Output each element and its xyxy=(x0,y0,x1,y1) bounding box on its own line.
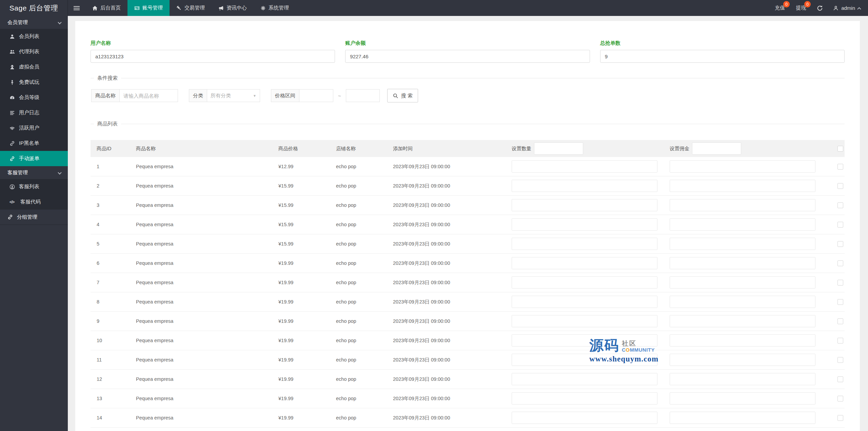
price-min-input[interactable] xyxy=(299,89,333,102)
category-select[interactable]: 所有分类 ▼ xyxy=(207,89,260,102)
withdraw-button[interactable]: 提现 0 xyxy=(790,0,811,16)
cell-product-id: 14 xyxy=(91,415,136,420)
row-checkbox[interactable] xyxy=(837,222,843,228)
balance-input[interactable] xyxy=(345,50,590,63)
row-checkbox[interactable] xyxy=(837,183,843,189)
commission-input[interactable] xyxy=(670,238,815,250)
row-checkbox[interactable] xyxy=(837,164,843,170)
cell-shop-name: echo pop xyxy=(336,338,393,343)
cell-commission xyxy=(670,412,824,424)
cell-quantity xyxy=(512,412,670,424)
product-name-input[interactable] xyxy=(120,89,178,102)
recharge-button[interactable]: 充值 0 xyxy=(769,0,790,16)
sidebar-section-member[interactable]: 会员管理 xyxy=(0,16,68,29)
quantity-input[interactable] xyxy=(512,238,657,250)
quantity-input[interactable] xyxy=(512,334,657,347)
table-row: 6 Pequea empresa ¥19.99 echo pop 2023年09… xyxy=(91,254,845,273)
commission-input[interactable] xyxy=(670,218,815,231)
bulk-commission-input[interactable] xyxy=(692,142,741,155)
cell-commission xyxy=(670,315,824,327)
commission-input[interactable] xyxy=(670,334,815,347)
row-checkbox[interactable] xyxy=(837,396,843,401)
commission-input[interactable] xyxy=(670,412,815,424)
row-checkbox[interactable] xyxy=(837,338,843,344)
quantity-input[interactable] xyxy=(512,315,657,327)
quantity-input[interactable] xyxy=(512,296,657,308)
sidebar-item-service-list[interactable]: 客服列表 xyxy=(0,179,68,194)
quantity-input[interactable] xyxy=(512,218,657,231)
sidebar-item-group-manage[interactable]: 分组管理 xyxy=(0,210,68,225)
select-all-checkbox[interactable] xyxy=(837,146,843,152)
sidebar-member-group: 会员列表 代理列表 虚拟会员 免费试玩 会员等级 用户日志 活跃用户 IP黑名 xyxy=(0,29,68,166)
commission-input[interactable] xyxy=(670,160,815,173)
sidebar-item-free-trial[interactable]: 免费试玩 xyxy=(0,75,68,90)
row-checkbox[interactable] xyxy=(837,280,843,286)
sidebar-item-manual-dispatch[interactable]: 手动派单 xyxy=(0,151,68,166)
cell-checkbox xyxy=(824,338,845,344)
nav-tab-news[interactable]: 资讯中心 xyxy=(212,0,254,16)
commission-input[interactable] xyxy=(670,257,815,269)
cell-add-time: 2023年09月23日 09:00:00 xyxy=(393,376,512,383)
commission-input[interactable] xyxy=(670,180,815,192)
cell-product-price: ¥15.99 xyxy=(278,202,336,208)
nav-tab-system[interactable]: 系统管理 xyxy=(254,0,296,16)
commission-input[interactable] xyxy=(670,199,815,211)
person-icon xyxy=(9,80,15,85)
quantity-input[interactable] xyxy=(512,373,657,385)
sidebar-item-user-log[interactable]: 用户日志 xyxy=(0,105,68,120)
row-checkbox[interactable] xyxy=(837,376,843,382)
nav-tab-account[interactable]: 账号管理 xyxy=(127,0,170,16)
cell-add-time: 2023年09月23日 09:00:00 xyxy=(393,395,512,402)
sidebar-item-member-list[interactable]: 会员列表 xyxy=(0,29,68,44)
cell-product-name: Pequea empresa xyxy=(136,222,278,227)
cell-product-id: 13 xyxy=(91,396,136,401)
quantity-input[interactable] xyxy=(512,412,657,424)
list-icon xyxy=(9,110,15,116)
row-checkbox[interactable] xyxy=(837,241,843,247)
commission-input[interactable] xyxy=(670,354,815,366)
nav-tab-trade[interactable]: 交易管理 xyxy=(170,0,212,16)
username-input[interactable] xyxy=(91,50,335,63)
sidebar-item-virtual-member[interactable]: 虚拟会员 xyxy=(0,59,68,75)
sidebar-item-service-code[interactable]: </> 客服代码 xyxy=(0,194,68,210)
user-menu[interactable]: admin xyxy=(828,0,868,16)
menu-toggle-button[interactable] xyxy=(68,0,85,16)
sidebar-item-active-users[interactable]: 活跃用户 xyxy=(0,120,68,136)
table-row: 11 Pequea empresa ¥19.99 echo pop 2023年0… xyxy=(91,350,845,370)
row-checkbox[interactable] xyxy=(837,260,843,266)
price-max-input[interactable] xyxy=(346,89,380,102)
row-checkbox[interactable] xyxy=(837,318,843,324)
sidebar-item-ip-blacklist[interactable]: IP黑名单 xyxy=(0,136,68,151)
commission-input[interactable] xyxy=(670,373,815,385)
order-count-input[interactable] xyxy=(600,50,845,63)
sidebar-item-member-level[interactable]: 会员等级 xyxy=(0,90,68,105)
sidebar-section-service[interactable]: 客服管理 xyxy=(0,166,68,179)
cell-product-id: 12 xyxy=(91,376,136,382)
commission-input[interactable] xyxy=(670,296,815,308)
quantity-input[interactable] xyxy=(512,392,657,405)
row-checkbox[interactable] xyxy=(837,202,843,208)
search-button[interactable]: 搜 索 xyxy=(387,89,418,102)
commission-input[interactable] xyxy=(670,315,815,327)
cell-shop-name: echo pop xyxy=(336,415,393,420)
cell-shop-name: echo pop xyxy=(336,299,393,305)
item-label: 会员等级 xyxy=(19,94,39,101)
bulk-quantity-input[interactable] xyxy=(534,142,583,155)
nav-tab-dashboard[interactable]: 后台首页 xyxy=(85,0,127,16)
quantity-input[interactable] xyxy=(512,276,657,289)
quantity-input[interactable] xyxy=(512,354,657,366)
cell-product-id: 6 xyxy=(91,260,136,266)
sidebar-item-agent-list[interactable]: 代理列表 xyxy=(0,44,68,59)
row-checkbox[interactable] xyxy=(837,357,843,363)
quantity-input[interactable] xyxy=(512,180,657,192)
row-checkbox[interactable] xyxy=(837,415,843,421)
quantity-input[interactable] xyxy=(512,160,657,173)
username: admin xyxy=(841,5,855,11)
quantity-input[interactable] xyxy=(512,199,657,211)
section-label: 会员管理 xyxy=(7,19,28,26)
commission-input[interactable] xyxy=(670,276,815,289)
refresh-button[interactable] xyxy=(811,0,828,16)
row-checkbox[interactable] xyxy=(837,299,843,305)
commission-input[interactable] xyxy=(670,392,815,405)
quantity-input[interactable] xyxy=(512,257,657,269)
